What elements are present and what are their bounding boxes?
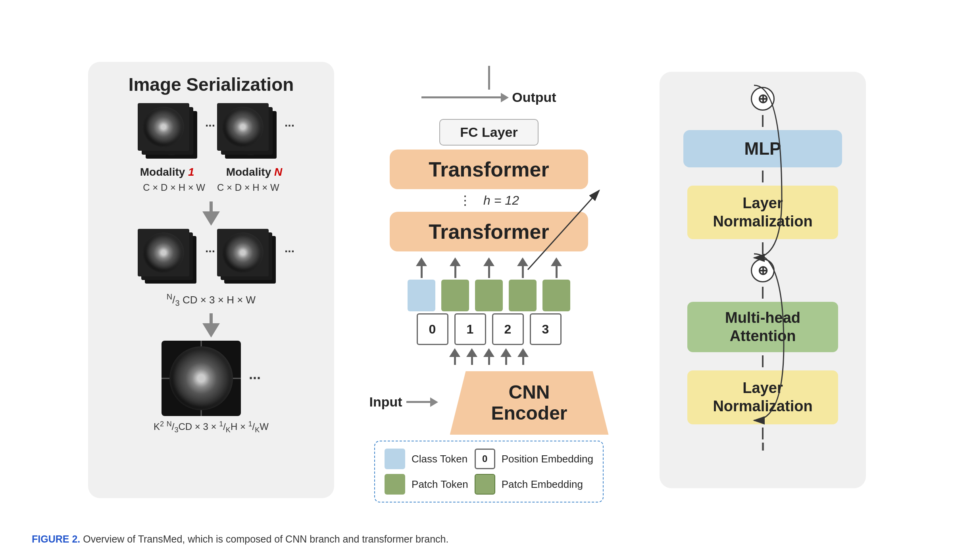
arrows-up-group	[466, 348, 529, 365]
numbered-boxes-row: 0 1 2 3	[417, 313, 562, 345]
mlp-box: MLP	[683, 130, 842, 167]
formula-left: C × D × H × W	[143, 182, 205, 193]
formula-right: C × D × H × W	[217, 182, 279, 193]
cnn-encoder-text: CNN Encoder	[491, 382, 567, 424]
transformer-box-top: Transformer	[390, 150, 588, 189]
dots-single: ···	[249, 370, 261, 387]
vertical-dots: ⋮	[459, 196, 471, 206]
v-arrow-to-plus-top	[762, 115, 764, 127]
modality-labels-row: Modality 1 Modality N	[140, 166, 283, 178]
numbered-box-1: 1	[454, 313, 486, 345]
single-mri-row: ···	[162, 341, 261, 416]
patch-token-box-2	[475, 280, 503, 311]
right-transformer-detail-box: ⊕ MLP Layer Normalization ⊕	[660, 72, 866, 488]
legend-patch-embedding-label: Patch Embedding	[502, 478, 593, 491]
modalityN-label: Modality N	[226, 166, 283, 178]
layer-norm-bottom-line1: Layer	[695, 379, 830, 397]
output-row: Output	[421, 66, 556, 105]
down-arrow-2	[202, 313, 220, 338]
arrow-up-patch2	[483, 257, 494, 278]
multihead-attention-box: Multi-head Attention	[687, 302, 838, 352]
v-arrow-ln1-down	[762, 242, 764, 254]
v-arrow-plus-mid	[762, 287, 764, 299]
numbered-box-2: 2	[492, 313, 524, 345]
input-label: Input	[369, 394, 402, 410]
input-arrow: Input	[369, 394, 438, 410]
v-arrow-ln2-down	[762, 428, 764, 439]
legend-class-token-color	[385, 449, 405, 469]
patch-token-box-3	[509, 280, 537, 311]
left-image-serialization-box: Image Serialization ···	[88, 62, 334, 498]
output-arrow-head	[501, 93, 509, 102]
diagram-area: Image Serialization ···	[40, 22, 914, 538]
main-container: FIGURE 2. Overview of TransMed, which is…	[0, 0, 954, 560]
formula-row1: C × D × H × W C × D × H × W	[143, 180, 279, 195]
patch-token-box-1	[441, 280, 469, 311]
legend-box: Class Token 0 Position Embedding Patch T…	[374, 441, 604, 502]
input-arrowhead	[430, 397, 438, 407]
plus-circle-middle: ⊕	[751, 259, 775, 282]
left-title: Image Serialization	[129, 74, 294, 95]
formula3-text: K2 N/3CD × 3 × 1/KH × 1/KW	[154, 419, 269, 435]
mri-dots-N: ···	[285, 119, 294, 132]
transformer-box-bottom: Transformer	[390, 212, 588, 251]
legend-position-embedding-box: 0	[475, 449, 495, 469]
token-boxes-upper	[408, 257, 570, 311]
dots-2b: ···	[285, 245, 294, 258]
arrow-up-0	[449, 348, 460, 365]
numbered-box-0: 0	[417, 313, 448, 345]
v-arrow-mha-down	[762, 355, 764, 367]
patch-token-box-4	[542, 280, 570, 311]
multihead-line2: Attention	[695, 327, 830, 345]
h12-row: ⋮ h = 12	[459, 193, 519, 208]
arrows-from-cnn	[449, 348, 529, 365]
down-arrow-1	[202, 201, 220, 226]
arrow-up-class	[416, 257, 427, 278]
multihead-line1: Multi-head	[695, 309, 830, 327]
mri-front-1	[138, 103, 189, 151]
output-shaft-v	[488, 66, 490, 90]
arrow-up-patch3	[517, 257, 528, 278]
mri-single	[162, 341, 241, 416]
legend-position-embedding-label: Position Embedding	[502, 453, 593, 465]
numbered-box-3: 3	[530, 313, 562, 345]
mri-front-2b	[217, 229, 269, 276]
layer-norm-top-line2: Normalization	[695, 213, 830, 231]
layer-norm-bottom-line2: Normalization	[695, 397, 830, 416]
arrow-up-cnn1	[466, 348, 477, 365]
dots-2a: ···	[205, 245, 215, 258]
arrow-up-patch1	[450, 257, 461, 278]
mri-dots-1: ···	[205, 119, 215, 132]
legend-patch-token-color	[385, 474, 405, 495]
mri-front-2a	[138, 229, 189, 276]
layer-norm-top-line1: Layer	[695, 194, 830, 213]
mri-front-N	[217, 103, 269, 151]
v-arrow-mlp-down	[762, 171, 764, 182]
plus-circle-top: ⊕	[751, 87, 775, 111]
middle-section: Output FC Layer Transformer ⋮ h = 12 Tra…	[350, 62, 628, 498]
arrow-up-cnn3	[500, 348, 512, 365]
legend-patch-embedding-box	[475, 474, 495, 495]
formula2-text: N/3 CD × 3 × H × W	[167, 292, 256, 308]
output-label: Output	[512, 90, 556, 105]
input-indicator	[762, 443, 764, 451]
layer-norm-box-bottom: Layer Normalization	[687, 370, 838, 424]
cnn-encoder-box: CNN Encoder	[450, 371, 609, 435]
legend-patch-token-label: Patch Token	[412, 478, 468, 491]
h12-label: h = 12	[483, 193, 519, 208]
legend-class-token-label: Class Token	[412, 453, 468, 465]
mri-stack-modality1: ···	[138, 103, 205, 163]
mri-stack-modalityN: ···	[217, 103, 285, 163]
mri-stack-2b: ···	[217, 229, 285, 288]
arrow-up-cnn2	[483, 348, 494, 365]
input-shaft	[406, 401, 430, 403]
arrow-up-patch4	[551, 257, 562, 278]
cnn-row: Input CNN Encoder	[369, 369, 608, 435]
formula2-container: N/3 CD × 3 × H × W	[167, 292, 256, 308]
modality1-label: Modality 1	[140, 166, 194, 178]
bottom-shaft	[762, 443, 764, 451]
class-token-box	[408, 280, 435, 311]
fc-layer-box: FC Layer	[439, 119, 539, 146]
arrow-up-cnn4	[517, 348, 529, 365]
mri-stack-2a: ···	[138, 229, 205, 288]
